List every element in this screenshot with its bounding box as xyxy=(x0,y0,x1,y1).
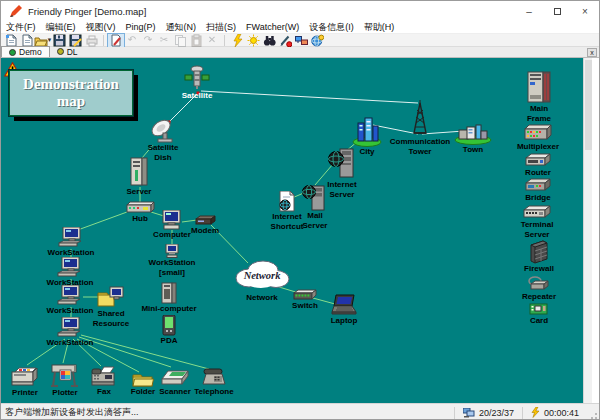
folder_open-icon xyxy=(34,34,48,47)
delete-button[interactable]: ✕ xyxy=(204,34,220,47)
device-workstation-1[interactable]: WorkStation xyxy=(31,227,111,258)
maximize-icon xyxy=(554,8,561,15)
save_edit-icon xyxy=(69,34,82,47)
svg-text:Network: Network xyxy=(243,270,282,281)
device-bridge[interactable]: Bridge xyxy=(498,178,578,203)
device-workstation-small[interactable]: WorkStation[small] xyxy=(132,244,212,277)
device-multiplexer[interactable]: Multiplexer xyxy=(498,123,578,152)
minicomputer-icon xyxy=(160,282,178,304)
device-modem[interactable]: Modem xyxy=(165,214,245,236)
device-counter-panel: 20/23/37 xyxy=(455,404,522,420)
copy-button[interactable] xyxy=(172,34,188,47)
device-label: Mini-computer xyxy=(129,305,209,314)
delete-icon: ✕ xyxy=(208,35,216,45)
device-pda[interactable]: PDA xyxy=(129,315,209,346)
menu-item-4[interactable]: 通知(N) xyxy=(161,21,202,34)
device-router[interactable]: Router xyxy=(498,153,578,178)
pen_red-icon xyxy=(279,34,292,47)
multiplexer-icon xyxy=(523,123,553,142)
satellite-icon xyxy=(184,65,210,91)
repeater-icon xyxy=(527,275,551,292)
copy-icon xyxy=(174,34,187,47)
find-button[interactable] xyxy=(261,34,277,47)
termserver-icon xyxy=(522,205,552,220)
cut-button[interactable]: ✂ xyxy=(156,34,172,47)
scan-button[interactable] xyxy=(293,34,309,47)
lightning-icon xyxy=(531,407,540,418)
save-button[interactable] xyxy=(51,34,67,47)
print-icon xyxy=(85,34,98,47)
device-label: Server xyxy=(302,191,382,200)
device-firewall[interactable]: Firewall xyxy=(499,239,579,274)
minimize-button[interactable]: – xyxy=(515,1,543,21)
alarm-button[interactable] xyxy=(245,34,261,47)
maximize-button[interactable] xyxy=(543,1,571,21)
toolbar-separator xyxy=(103,35,104,46)
app-icon xyxy=(9,5,22,18)
device-label: Server xyxy=(99,188,179,197)
redo-icon: ↷ xyxy=(144,35,152,45)
ping-button[interactable] xyxy=(229,34,245,47)
globe_user-icon xyxy=(311,34,324,47)
menu-item-8[interactable]: 帮助(H) xyxy=(359,21,400,34)
workstation-icon xyxy=(56,257,84,278)
map-title-box: Demonstration map xyxy=(9,70,133,116)
server-icon xyxy=(129,157,149,187)
archive-button[interactable] xyxy=(83,34,99,47)
device-card[interactable]: Card xyxy=(499,302,579,326)
device-mini-computer[interactable]: Mini-computer xyxy=(129,282,209,314)
network-map-canvas[interactable]: Demonstration map SatelliteSatelliteDish… xyxy=(1,58,592,403)
resize-grip[interactable] xyxy=(587,404,599,420)
device-label: Server xyxy=(275,222,355,231)
undo-button[interactable]: ↶ xyxy=(124,34,140,47)
device-server[interactable]: Server xyxy=(99,157,179,197)
toolbar: ▼↶↷✂✕ xyxy=(1,34,599,47)
elapsed-time: 00:00:41 xyxy=(544,408,579,418)
vertical-scrollbar[interactable] xyxy=(583,58,592,403)
device-terminal-server[interactable]: TerminalServer xyxy=(497,205,577,239)
device-label: Multiplexer xyxy=(498,143,578,152)
fwatcher-button[interactable] xyxy=(309,34,325,47)
tab-close-button[interactable]: x xyxy=(587,48,597,57)
computers-icon xyxy=(463,408,475,418)
redo-button[interactable]: ↷ xyxy=(140,34,156,47)
device-label: Terminal xyxy=(497,221,577,230)
device-label: Mail xyxy=(275,212,355,221)
tab-dl[interactable]: DL xyxy=(50,46,85,57)
menu-item-2[interactable]: 视图(V) xyxy=(81,21,121,34)
device-label: WorkStation xyxy=(132,259,212,268)
open-button[interactable]: ▼ xyxy=(35,34,51,47)
pda-icon xyxy=(162,315,177,336)
edit-mode-button[interactable] xyxy=(108,34,124,47)
device-label: Laptop xyxy=(304,317,384,326)
device-telephone[interactable]: Telephone xyxy=(174,367,254,397)
device-satellite-dish[interactable]: SatelliteDish xyxy=(123,119,203,162)
export-button[interactable] xyxy=(67,34,83,47)
device-main-frame[interactable]: MainFrame xyxy=(499,71,579,123)
bolt-icon xyxy=(231,34,244,47)
edit_mode-icon xyxy=(110,34,123,47)
device-laptop[interactable]: Laptop xyxy=(304,294,384,326)
paste-button[interactable] xyxy=(188,34,204,47)
device-label: Firewall xyxy=(499,265,579,274)
log-button[interactable] xyxy=(277,34,293,47)
menu-item-7[interactable]: 设备信息(I) xyxy=(304,21,359,34)
device-label: Main xyxy=(499,105,579,114)
device-workstation-4[interactable]: WorkStation xyxy=(30,317,110,348)
menu-item-6[interactable]: FWatcher(W) xyxy=(241,21,304,34)
tab-demo[interactable]: Demo xyxy=(1,46,50,57)
device-satellite[interactable]: Satellite xyxy=(157,65,237,101)
device-repeater[interactable]: Repeater xyxy=(499,275,579,302)
menu-item-5[interactable]: 扫描(S) xyxy=(201,21,241,34)
paste-icon xyxy=(190,34,203,47)
menu-item-3[interactable]: Ping(P) xyxy=(121,21,161,34)
menu-item-1[interactable]: 编辑(E) xyxy=(41,21,81,34)
device-workstation-2[interactable]: WorkStation xyxy=(30,257,110,288)
menu-item-0[interactable]: 文件(F) xyxy=(1,21,41,34)
timer-panel: 00:00:41 xyxy=(523,404,587,420)
laptop-icon xyxy=(330,294,358,316)
cloud-icon: Network xyxy=(233,257,291,293)
scrollbar-thumb[interactable] xyxy=(585,60,592,150)
close-button[interactable]: × xyxy=(571,1,599,21)
new-map-button[interactable] xyxy=(3,34,19,47)
